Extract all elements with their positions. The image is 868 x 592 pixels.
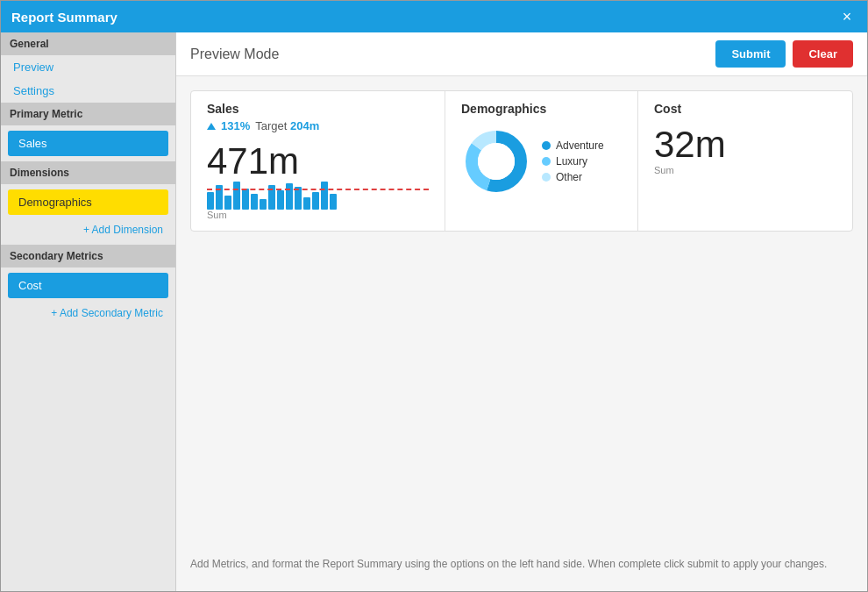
legend-luxury: Luxury — [542, 155, 604, 168]
clear-button[interactable]: Clear — [793, 40, 853, 68]
target-value: 204m — [290, 119, 319, 132]
title-bar: Report Summary × — [1, 1, 867, 32]
dimension-demographics-button[interactable]: Demographics — [8, 189, 168, 215]
cost-sum-label: Sum — [654, 165, 736, 175]
sales-value: 471m — [207, 143, 429, 180]
cost-title: Cost — [654, 102, 736, 116]
donut-chart — [461, 126, 531, 196]
spark-bar — [251, 194, 258, 210]
spark-bar — [303, 197, 310, 210]
spark-bar — [224, 196, 231, 210]
up-arrow-icon — [207, 123, 216, 130]
cost-value: 32m — [654, 126, 736, 163]
sales-top: 131% Target 204m — [207, 119, 429, 132]
sales-pct: 131% — [221, 119, 250, 132]
demographics-title: Demographics — [461, 102, 546, 116]
spark-bar — [277, 190, 284, 210]
demographics-panel: Demographics — [445, 91, 638, 231]
sparkline-container — [207, 182, 429, 210]
target-label: Target 204m — [255, 119, 319, 132]
demographics-legend: Adventure Luxury Other — [542, 139, 604, 183]
adventure-label: Adventure — [556, 139, 604, 152]
sidebar: General Preview Settings Primary Metric … — [1, 32, 176, 591]
sidebar-section-secondary-metrics: Secondary Metrics — [1, 245, 175, 267]
legend-other: Other — [542, 171, 604, 183]
sidebar-item-preview[interactable]: Preview — [1, 55, 175, 79]
main-panel: Preview Mode Submit Clear Sales 131% — [176, 32, 867, 591]
window-title: Report Summary — [11, 10, 117, 25]
preview-mode-label: Preview Mode — [190, 46, 279, 62]
other-dot — [542, 173, 551, 182]
add-dimension-link[interactable]: + Add Dimension — [1, 220, 175, 245]
spark-bar — [242, 189, 249, 210]
secondary-metric-cost-button[interactable]: Cost — [8, 273, 168, 298]
spark-bar — [330, 194, 337, 210]
submit-button[interactable]: Submit — [715, 40, 786, 68]
add-secondary-metric-link[interactable]: + Add Secondary Metric — [1, 303, 175, 328]
spark-bar — [207, 192, 214, 210]
adventure-dot — [542, 141, 551, 150]
svg-point-3 — [478, 143, 515, 180]
footer-instructions: Add Metrics, and format the Report Summa… — [190, 551, 853, 577]
sidebar-section-dimensions: Dimensions — [1, 161, 175, 184]
other-label: Other — [556, 171, 582, 183]
sales-sum-label: Sum — [207, 210, 429, 220]
target-line — [207, 189, 429, 190]
legend-adventure: Adventure — [542, 139, 604, 152]
sales-title: Sales — [207, 102, 429, 116]
luxury-label: Luxury — [556, 155, 587, 168]
spark-bar — [321, 182, 328, 210]
cost-panel: Cost 32m Sum — [638, 91, 752, 231]
spark-bar — [312, 192, 319, 210]
preview-content: Sales 131% Target 204m 471m Sum — [176, 76, 867, 591]
spark-bar — [286, 183, 293, 210]
spark-bar — [260, 199, 267, 210]
sidebar-section-general: General — [1, 32, 175, 55]
sidebar-section-primary-metric: Primary Metric — [1, 103, 175, 125]
spark-bar — [233, 182, 240, 210]
preview-header: Preview Mode Submit Clear — [176, 32, 867, 76]
metrics-card: Sales 131% Target 204m 471m Sum — [190, 90, 853, 232]
demographics-content: Adventure Luxury Other — [461, 126, 604, 196]
sidebar-item-settings[interactable]: Settings — [1, 79, 175, 103]
primary-metric-sales-button[interactable]: Sales — [8, 131, 168, 156]
header-buttons: Submit Clear — [715, 40, 853, 68]
luxury-dot — [542, 157, 551, 166]
sparkline-bars — [207, 182, 429, 210]
sales-panel: Sales 131% Target 204m 471m Sum — [191, 91, 445, 231]
close-button[interactable]: × — [837, 7, 857, 26]
content-area: General Preview Settings Primary Metric … — [1, 32, 867, 591]
report-summary-window: Report Summary × General Preview Setting… — [0, 0, 868, 592]
